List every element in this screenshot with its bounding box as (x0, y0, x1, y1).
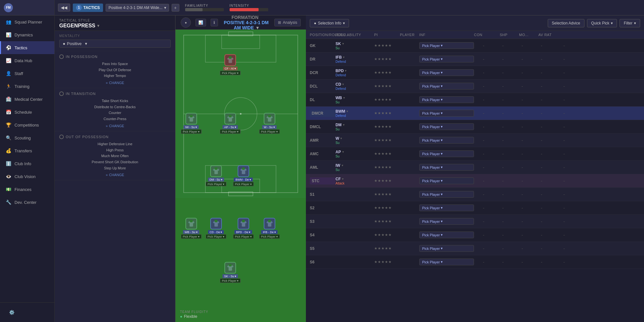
player-token-dm[interactable]: 👕 DM - Su ▾ Pick Player ▾ (206, 166, 226, 186)
pick-player-btn-16[interactable]: Pick Player ▾ (419, 259, 474, 265)
filter-button[interactable]: Filter ▾ (620, 19, 640, 27)
shirt-icon: 👕 (188, 115, 195, 122)
inf-cell: - (474, 84, 493, 89)
dropdown-icon[interactable]: ▾ (343, 123, 345, 127)
formation-circle-btn[interactable]: ● (181, 17, 191, 28)
out-possession-change-btn[interactable]: » CHANGE (59, 173, 171, 177)
player-token-ap[interactable]: 👕 AP - Su ▾ Pick Player ▾ (220, 113, 241, 134)
sidebar-item-dev-center[interactable]: 🔧 Dev. Center (0, 196, 54, 209)
sidebar-item-scouting[interactable]: 🔍 Scouting (0, 131, 54, 144)
pick-player-btn-0[interactable]: Pick Player ▾ (419, 42, 474, 49)
phase-item: Counter-Press (59, 116, 171, 122)
sidebar-item-competitions[interactable]: 🏆 Competitions (0, 118, 54, 131)
sidebar-item-club-info[interactable]: ℹ️ Club Info (0, 157, 54, 170)
dropdown-icon[interactable]: ▾ (342, 150, 344, 154)
dropdown-icon[interactable]: ▾ (346, 109, 348, 113)
pick-player-button-ifb[interactable]: Pick Player ▾ (259, 234, 280, 239)
star: ★ (374, 111, 377, 115)
inf-cell: - (474, 165, 493, 170)
dropdown-icon[interactable]: ▾ (343, 55, 345, 59)
player-token-wb[interactable]: 👕 WB - Su ▾ Pick Player ▾ (181, 218, 202, 239)
pick-player-btn-5[interactable]: Pick Player ▾ (419, 110, 474, 117)
mentality-dropdown[interactable]: ● Positive ▾ (59, 40, 171, 48)
sidebar-item-finances[interactable]: 💵 Finances (0, 183, 54, 196)
formation-dropdown[interactable]: Positive 4-2-3-1 DM AM Wide... ▾ (106, 4, 169, 12)
dropdown-icon[interactable]: ▾ (343, 96, 345, 99)
mo-cell: - (532, 97, 551, 102)
shp-cell: - (513, 219, 532, 224)
player-token-ifb[interactable]: 👕 IFB - De ▾ Pick Player ▾ (259, 218, 280, 239)
pick-player-btn-10[interactable]: Pick Player ▾ (419, 177, 474, 184)
pick-player-btn-4[interactable]: Pick Player ▾ (419, 96, 474, 103)
selection-advice-button[interactable]: Selection Advice (548, 19, 584, 27)
sidebar-item-staff[interactable]: 👤 Staff (0, 67, 54, 80)
analysis-button[interactable]: ⊞ Analysis (274, 19, 301, 26)
pick-player-button-cf[interactable]: Pick Player ▾ (220, 71, 241, 75)
sidebar-item-medical-center[interactable]: 🏥 Medical Center (0, 93, 54, 106)
pick-player-btn-13[interactable]: Pick Player ▾ (419, 218, 474, 225)
sidebar-item-transfers[interactable]: 💰 Transfers (0, 144, 54, 157)
player-cell: Pick Player ▾ (419, 110, 474, 117)
tactics-label: TACTICS (83, 5, 100, 10)
sidebar-item-dynamics[interactable]: 📊 Dynamics (0, 28, 54, 41)
pick-player-btn-14[interactable]: Pick Player ▾ (419, 232, 474, 238)
pick-player-button-bpd[interactable]: Pick Player ▾ (233, 234, 254, 239)
sidebar-item-club-vision[interactable]: 👁️ Club Vision (0, 170, 54, 183)
player-token-iw[interactable]: 👕 IW - Su ▾ Pick Player ▾ (181, 113, 202, 134)
dropdown-icon[interactable]: ▾ (342, 164, 343, 167)
player-token-cf[interactable]: 👕 CF - At ▾ Pick Player ▾ (220, 54, 241, 75)
in-possession-change-btn[interactable]: » CHANGE (59, 81, 171, 85)
pick-player-btn-2[interactable]: Pick Player ▾ (419, 69, 474, 76)
sidebar-item-schedule[interactable]: 📅 Schedule (0, 106, 54, 118)
pick-player-btn-9[interactable]: Pick Player ▾ (419, 164, 474, 171)
quick-pick-button[interactable]: Quick Pick ▾ (587, 19, 617, 27)
info-btn[interactable]: ℹ (211, 19, 218, 26)
pick-player-btn-7[interactable]: Pick Player ▾ (419, 137, 474, 144)
player-token-cd[interactable]: 👕 CD - De ▾ Pick Player ▾ (206, 218, 226, 239)
pick-player-button-cd[interactable]: Pick Player ▾ (206, 234, 226, 239)
pick-player-button-w[interactable]: Pick Player ▾ (259, 129, 280, 134)
out-possession-section: OUT OF POSSESSION Higher Defensive LineH… (55, 131, 175, 180)
star: ★ (381, 84, 384, 88)
shirt-icon: 👕 (227, 264, 234, 271)
pick-player-btn-8[interactable]: Pick Player ▾ (419, 150, 474, 157)
player-token-bpd[interactable]: 👕 BPD - De ▾ Pick Player ▾ (233, 218, 254, 239)
sidebar-icon-staff: 👤 (5, 71, 11, 76)
sidebar-item-data-hub[interactable]: 📈 Data Hub (0, 54, 54, 67)
pick-player-button-dm[interactable]: Pick Player ▾ (206, 182, 226, 186)
familiarity-label: FAMILIARITY (185, 4, 224, 7)
pick-player-button-sk[interactable]: Pick Player ▾ (220, 278, 241, 283)
back-button[interactable]: ◀◀ (58, 4, 70, 12)
inf-cell: - (474, 70, 493, 75)
dropdown-icon[interactable]: ▾ (345, 69, 346, 72)
dropdown-icon[interactable]: ▾ (342, 177, 344, 181)
star: ★ (388, 206, 392, 210)
chevron-down-icon: ▾ (164, 5, 166, 10)
pick-player-btn-3[interactable]: Pick Player ▾ (419, 83, 474, 90)
pick-player-button-wb[interactable]: Pick Player ▾ (181, 234, 202, 239)
sidebar-item-training[interactable]: 🏃 Training (0, 80, 54, 93)
player-token-bwm[interactable]: 👕 BWM - De ▾ Pick Player ▾ (233, 166, 254, 186)
add-tactic-button[interactable]: + (172, 4, 179, 12)
pick-player-btn-12[interactable]: Pick Player ▾ (419, 204, 474, 211)
selection-info-button[interactable]: ● Selection Info ▾ (310, 19, 349, 27)
bar-chart-btn[interactable]: 📊 (195, 19, 206, 26)
sidebar-item-tactics[interactable]: ⚽ Tactics (0, 41, 54, 54)
tactics-tab[interactable]: 1 TACTICS (73, 4, 103, 12)
sidebar-item-squad-planner[interactable]: 👥 Squad Planner (0, 15, 54, 28)
pick-player-btn-6[interactable]: Pick Player ▾ (419, 123, 474, 130)
player-token-w[interactable]: 👕 W - Su ▾ Pick Player ▾ (259, 113, 280, 134)
dropdown-icon[interactable]: ▾ (340, 137, 342, 140)
in-transition-change-btn[interactable]: » CHANGE (59, 124, 171, 128)
pick-player-btn-11[interactable]: Pick Player ▾ (419, 191, 474, 198)
dropdown-icon[interactable]: ▾ (342, 42, 344, 45)
role-name: BPD (336, 69, 344, 73)
pick-player-button-bwm[interactable]: Pick Player ▾ (233, 182, 254, 186)
pick-player-button-iw[interactable]: Pick Player ▾ (181, 129, 202, 134)
player-token-sk[interactable]: 👕 SK - Su ▾ Pick Player ▾ (220, 262, 241, 283)
pick-player-btn-1[interactable]: Pick Player ▾ (419, 56, 474, 62)
sidebar-settings[interactable]: ⚙️ (3, 306, 51, 319)
pick-player-btn-15[interactable]: Pick Player ▾ (419, 245, 474, 252)
dropdown-icon[interactable]: ▾ (342, 82, 344, 86)
pick-player-button-ap[interactable]: Pick Player ▾ (220, 129, 241, 134)
